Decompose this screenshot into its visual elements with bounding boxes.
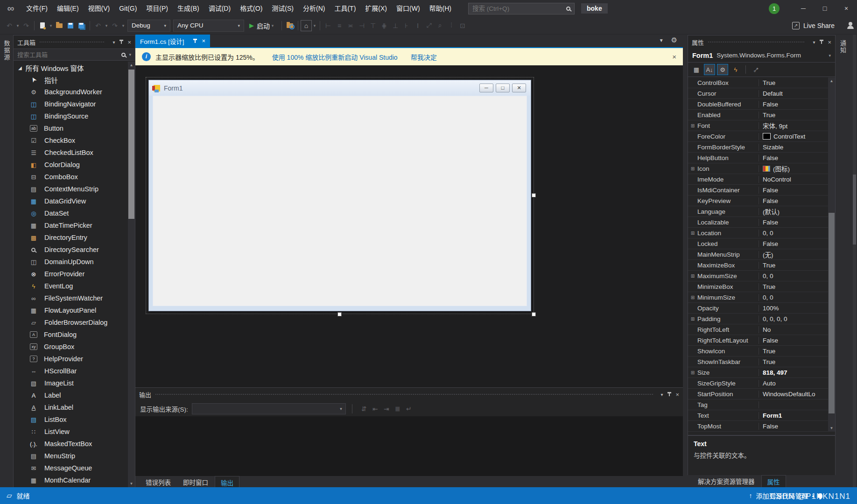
property-row[interactable]: KeyPreview False <box>688 196 828 206</box>
property-value[interactable]: True <box>763 262 775 269</box>
toolbox-item[interactable]: ◫ DomainUpDown <box>14 256 127 268</box>
property-row[interactable]: Text Form1 <box>688 410 828 421</box>
output-tool-icon[interactable]: ⇵ <box>358 405 370 413</box>
toolbox-item[interactable]: ∷ ListView <box>14 426 127 438</box>
toolbox-item[interactable]: ☰ CheckedListBox <box>14 147 127 159</box>
pin-icon[interactable] <box>119 39 123 45</box>
expander-icon[interactable]: ⊞ <box>688 370 697 375</box>
toolbox-item[interactable]: (.). MaskedTextBox <box>14 438 127 450</box>
back-dropdown-icon[interactable]: ▾ <box>15 20 20 32</box>
property-value[interactable]: False <box>763 423 778 430</box>
property-row[interactable]: ShowInTaskbar True <box>688 357 828 367</box>
property-value[interactable]: 0, 0 <box>763 294 773 301</box>
toolbox-item[interactable]: ab Button <box>14 122 127 134</box>
property-value[interactable]: 0, 0, 0, 0 <box>763 315 787 322</box>
close-icon[interactable]: × <box>675 391 679 398</box>
expander-icon[interactable]: ⊞ <box>688 231 697 236</box>
bottom-tab[interactable]: 输出 <box>215 476 239 489</box>
property-value[interactable]: True <box>763 112 775 119</box>
property-value[interactable]: False <box>763 101 778 108</box>
expander-icon[interactable]: ⊞ <box>688 273 697 279</box>
property-row[interactable]: RightToLeft No <box>688 324 828 335</box>
property-value[interactable]: Auto <box>763 380 776 387</box>
document-tab-form1-design[interactable]: Form1.cs [设计] × <box>135 35 210 47</box>
toolbar-overflow-icon[interactable]: ▾ <box>312 20 317 32</box>
data-sources-tab[interactable]: 数据源 <box>2 40 11 61</box>
output-source-dropdown[interactable]: ▾ <box>192 403 346 414</box>
alphabetical-sort-icon[interactable]: A↓ <box>704 64 715 75</box>
property-value[interactable]: False <box>763 240 778 247</box>
property-value[interactable]: True <box>763 79 775 86</box>
property-row[interactable]: ImeMode NoControl <box>688 174 828 185</box>
property-value[interactable]: 0, 0 <box>763 273 773 280</box>
output-content[interactable] <box>135 416 683 476</box>
window-position-icon[interactable]: ▾ <box>660 392 663 397</box>
property-row[interactable]: DoubleBuffered False <box>688 99 828 110</box>
redo-icon[interactable]: ↷ <box>110 20 120 32</box>
toolbox-item[interactable]: ▦ MonthCalendar <box>14 474 127 486</box>
property-value[interactable]: True <box>763 348 775 355</box>
window-position-icon[interactable]: ▾ <box>112 40 115 45</box>
toolbox-item[interactable]: ▱ FolderBrowserDialog <box>14 316 127 329</box>
close-tab-icon[interactable]: × <box>202 37 206 44</box>
navigate-back-icon[interactable]: ↶ <box>4 20 14 32</box>
property-value[interactable]: (无) <box>763 250 773 259</box>
toolbox-item[interactable]: ◫ BindingSource <box>14 110 127 122</box>
toolbox-item[interactable]: ⊗ ErrorProvider <box>14 268 127 280</box>
find-in-files-icon[interactable] <box>285 20 295 32</box>
output-header[interactable]: 输出 ▾ × <box>135 388 683 401</box>
restart-100-link[interactable]: 使用 100% 缩放比例重新启动 Visual Studio <box>272 52 398 62</box>
resize-handle-right[interactable] <box>532 193 536 197</box>
quick-search-box[interactable] <box>468 3 575 14</box>
form-client-area[interactable] <box>153 96 527 306</box>
property-value[interactable]: True <box>763 283 775 290</box>
property-value[interactable]: False <box>763 187 778 194</box>
close-icon[interactable]: × <box>828 39 831 46</box>
properties-view-icon[interactable]: ⚙ <box>717 64 728 75</box>
property-row[interactable]: ShowIcon True <box>688 346 828 357</box>
property-value[interactable]: Sizable <box>763 144 783 151</box>
toolbox-item[interactable]: ◎ DataSet <box>14 207 127 219</box>
startup-page-icon[interactable]: ⌂ <box>301 20 312 31</box>
property-row[interactable]: HelpButton False <box>688 153 828 163</box>
property-value[interactable]: False <box>763 337 778 344</box>
toolbox-search-box[interactable]: ▾ <box>14 49 135 61</box>
solution-configurations-dropdown[interactable]: Debug▾ <box>127 20 170 32</box>
property-row[interactable]: ⊞ Location 0, 0 <box>688 228 828 238</box>
menu-item[interactable]: 编辑(E) <box>52 0 84 17</box>
property-value[interactable]: ControlText <box>773 133 805 140</box>
property-row[interactable]: TopMost False <box>688 421 828 432</box>
property-value[interactable]: 0, 0 <box>763 230 773 237</box>
property-value[interactable]: False <box>763 219 778 226</box>
events-lightning-icon[interactable]: ϟ <box>730 64 741 75</box>
toolbox-item[interactable]: ☑ CheckBox <box>14 134 127 147</box>
toolbox-item[interactable]: A FontDialog <box>14 329 127 341</box>
tab-list-dropdown-icon[interactable]: ▼ <box>659 38 664 43</box>
property-value[interactable]: No <box>763 326 771 333</box>
form-designer-surface[interactable]: Form1 ─ □ ✕ <box>135 65 683 387</box>
feedback-person-icon[interactable] <box>849 22 852 26</box>
property-row[interactable]: ⊞ MaximumSize 0, 0 <box>688 271 828 281</box>
selected-object-dropdown[interactable]: Form1 System.Windows.Forms.Form ▾ <box>688 49 835 63</box>
resize-handle-bottom[interactable] <box>337 312 342 316</box>
menu-item[interactable]: Git(G) <box>114 0 141 17</box>
toolbox-item[interactable]: ▦ DateTimePicker <box>14 219 127 231</box>
navigate-forward-icon[interactable]: ↷ <box>21 20 31 32</box>
toolbox-item[interactable]: ✉ MessageQueue <box>14 462 127 474</box>
background-tasks-icon[interactable]: ▱ <box>7 491 12 500</box>
output-tool-icon[interactable]: ⇥ <box>381 405 392 413</box>
window-scrollbar[interactable] <box>853 35 856 487</box>
property-value[interactable]: 818, 497 <box>763 369 787 376</box>
maximize-button[interactable]: □ <box>814 0 836 17</box>
property-row[interactable]: Tag <box>688 399 828 410</box>
property-value[interactable]: (默认) <box>763 207 780 216</box>
property-row[interactable]: Localizable False <box>688 217 828 228</box>
property-row[interactable]: Cursor Default <box>688 88 828 99</box>
output-tool-icon[interactable]: ↵ <box>403 405 414 413</box>
start-debugging-button[interactable]: ▶ 启动 ▾ <box>246 20 279 32</box>
save-all-icon[interactable] <box>77 20 87 32</box>
property-row[interactable]: IsMdiContainer False <box>688 185 828 196</box>
scroll-up-icon[interactable]: ▲ <box>128 62 135 69</box>
notifications-tab[interactable]: 通知 <box>838 40 847 54</box>
property-row[interactable]: SizeGripStyle Auto <box>688 378 828 389</box>
